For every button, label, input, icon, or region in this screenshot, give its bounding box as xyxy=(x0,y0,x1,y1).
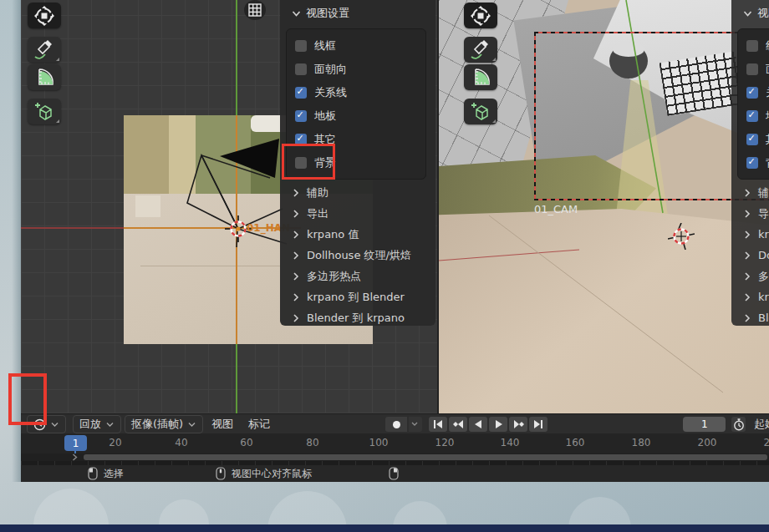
play-reverse-button[interactable] xyxy=(469,417,487,432)
jump-to-start-button[interactable] xyxy=(429,417,447,432)
checkbox-row[interactable]: 其它 xyxy=(746,128,769,151)
section-label: 辅助 xyxy=(307,185,328,200)
move-tool-button[interactable] xyxy=(464,3,497,28)
keying-menu[interactable]: 抠像(插帧) xyxy=(125,415,203,433)
section-row[interactable]: 辅助 xyxy=(743,182,769,203)
status-bar: 选择 视图中心对齐鼠标 xyxy=(21,465,769,482)
checkbox[interactable] xyxy=(295,63,307,75)
section-row[interactable]: 导出 xyxy=(292,203,411,224)
expand-chevron-icon xyxy=(743,231,751,239)
timeline-scroll-area[interactable] xyxy=(21,453,769,461)
expand-chevron-icon xyxy=(292,314,300,322)
jump-end-icon xyxy=(533,420,543,428)
checkbox[interactable] xyxy=(746,157,758,169)
checkbox-row[interactable]: 地板 xyxy=(746,104,769,128)
overlay-options-group: 线框 面朝向 关系线 地板 其它 背景 xyxy=(737,28,769,180)
section-row[interactable]: krpano 到 Blender xyxy=(743,286,769,307)
checkbox-label: 面朝向 xyxy=(314,62,347,77)
checkbox[interactable] xyxy=(295,110,307,122)
add-cube-tool-button[interactable] xyxy=(464,99,497,124)
3d-cursor[interactable] xyxy=(668,223,695,250)
checkbox[interactable] xyxy=(746,110,758,122)
play-icon xyxy=(495,420,502,428)
current-frame-badge[interactable]: 1 xyxy=(64,435,87,451)
measure-tool-button[interactable] xyxy=(28,64,61,90)
checkbox[interactable] xyxy=(746,134,758,145)
checkbox[interactable] xyxy=(746,63,758,75)
section-row[interactable]: 多边形热点 xyxy=(292,266,411,286)
timeline-ruler[interactable]: 1 20 40 60 80 100 120 140 160 180 200 22… xyxy=(21,433,769,453)
checkbox-row[interactable]: 背景 xyxy=(746,151,769,175)
expand-chevron-icon xyxy=(743,293,751,301)
checkbox-row[interactable]: 面朝向 xyxy=(746,58,769,81)
section-row[interactable]: Blender 到 krpano xyxy=(292,307,411,328)
checkbox[interactable] xyxy=(746,87,758,99)
checkbox-row[interactable]: 面朝向 xyxy=(295,58,417,81)
checkbox-row[interactable]: 关系线 xyxy=(746,81,769,104)
region-expand-chevron-icon[interactable] xyxy=(71,453,79,461)
middle-mouse-button-icon xyxy=(216,467,226,480)
playback-menu[interactable]: 回放 xyxy=(73,415,121,433)
checkbox[interactable] xyxy=(746,40,758,52)
section-label: 导出 xyxy=(307,206,328,221)
section-row[interactable]: 辅助 xyxy=(292,182,411,203)
checkbox-row[interactable]: 地板 xyxy=(295,104,417,128)
auto-keying-button[interactable] xyxy=(385,417,407,432)
start-label-text: 起始 xyxy=(754,417,769,432)
auto-keying-options[interactable] xyxy=(409,417,422,432)
playback-menu-label: 回放 xyxy=(79,417,101,432)
use-preview-range-button[interactable] xyxy=(731,417,746,432)
checkbox[interactable] xyxy=(295,87,307,99)
checkbox-row[interactable]: 线框 xyxy=(746,34,769,58)
section-row[interactable]: krpano 值 xyxy=(743,224,769,245)
checkbox-row[interactable]: 线框 xyxy=(295,34,417,58)
panel-header[interactable]: 视图设置 xyxy=(292,6,349,21)
section-label: krpano 到 Blender xyxy=(307,290,405,305)
section-row[interactable]: krpano 值 xyxy=(292,224,411,245)
expand-chevron-icon xyxy=(292,189,300,197)
checkbox[interactable] xyxy=(295,40,307,52)
section-row[interactable]: 导出 xyxy=(743,203,769,224)
measure-tool-button[interactable] xyxy=(464,64,497,90)
prev-keyframe-button[interactable] xyxy=(449,417,467,432)
collapse-chevron-icon xyxy=(743,10,751,18)
checkbox-row[interactable]: 关系线 xyxy=(295,81,417,104)
ruler-tick: 200 xyxy=(698,437,717,448)
ruler-tick: 140 xyxy=(501,437,520,448)
panel-header[interactable]: 视图设置 xyxy=(743,6,769,21)
next-keyframe-button[interactable] xyxy=(509,417,527,432)
add-cube-tool-button[interactable] xyxy=(28,99,61,124)
section-label: Dollhouse 纹理/烘焙 xyxy=(758,248,769,263)
section-row[interactable]: Blender 到 krpano xyxy=(743,307,769,326)
move-tool-button[interactable] xyxy=(28,3,61,28)
checkbox-label: 背景 xyxy=(766,155,769,170)
grid-gizmo[interactable] xyxy=(244,0,266,20)
ruler-tick: 100 xyxy=(369,437,389,448)
tool-submenu-indicator xyxy=(56,58,59,61)
timeline-scrollbar[interactable] xyxy=(84,454,767,460)
annotate-tool-button[interactable] xyxy=(28,37,61,63)
play-button[interactable] xyxy=(489,417,507,432)
jump-to-end-button[interactable] xyxy=(529,417,547,432)
move-gizmo-icon xyxy=(34,6,54,26)
left-mouse-button-icon xyxy=(88,467,98,480)
ruler-tick: 120 xyxy=(435,437,455,448)
current-frame-value: 1 xyxy=(73,438,79,449)
measure-protractor-icon xyxy=(471,68,491,88)
checkbox-label: 关系线 xyxy=(314,85,347,100)
expand-chevron-icon xyxy=(743,314,751,322)
section-row[interactable]: Dollhouse 纹理/烘焙 xyxy=(743,245,769,266)
annotate-tool-button[interactable] xyxy=(464,37,497,63)
section-row[interactable]: 多边形热点 xyxy=(743,266,769,286)
taskbar[interactable] xyxy=(0,524,769,532)
view-menu[interactable]: 视图 xyxy=(211,417,233,432)
current-frame-field[interactable]: 1 xyxy=(683,417,726,432)
next-keyframe-icon xyxy=(513,420,524,428)
section-row[interactable]: krpano 到 Blender xyxy=(292,286,411,307)
jump-start-icon xyxy=(433,420,443,428)
section-row[interactable]: Dollhouse 纹理/烘焙 xyxy=(292,245,411,266)
viewport-right[interactable]: 01_CAM xyxy=(437,0,769,413)
screen: 01_HAN xyxy=(0,0,769,532)
marker-menu[interactable]: 标记 xyxy=(248,417,270,432)
tool-submenu-indicator xyxy=(56,119,59,123)
